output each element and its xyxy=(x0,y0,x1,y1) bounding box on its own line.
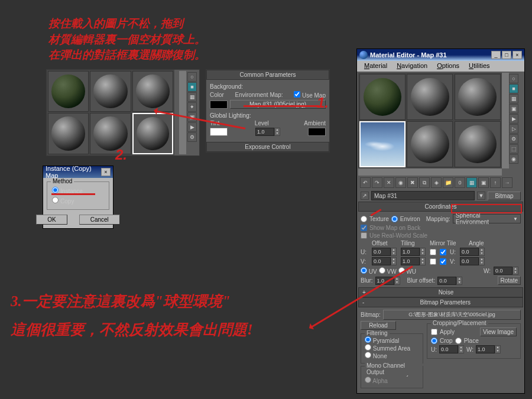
pyramidal-radio[interactable] xyxy=(365,336,371,343)
assign-icon[interactable]: ◉ xyxy=(395,177,406,188)
tool-light-icon[interactable]: ✦ xyxy=(187,102,197,112)
make-unique-icon[interactable]: ◈ xyxy=(431,177,442,188)
tool-bg-icon[interactable]: ■ xyxy=(187,82,197,92)
ambient-swatch[interactable] xyxy=(308,128,326,136)
effects-icon[interactable]: 0 xyxy=(455,177,465,188)
bluroff-spinner[interactable] xyxy=(437,277,456,285)
reload-button[interactable]: Reload xyxy=(361,321,396,330)
env-rollout-exposure[interactable]: Exposure Control xyxy=(206,142,329,152)
summed-radio[interactable] xyxy=(365,344,371,351)
ok-button[interactable]: OK xyxy=(36,215,67,225)
level-spinner[interactable]: ▲▼ xyxy=(255,128,280,136)
maximize-icon[interactable]: □ xyxy=(502,51,511,59)
go-forward-icon[interactable]: → xyxy=(502,177,512,188)
real-world-checkbox[interactable] xyxy=(361,232,367,239)
u-angle[interactable] xyxy=(460,248,479,256)
pick-icon[interactable]: ↗ xyxy=(361,192,369,200)
tool-sample-icon[interactable]: ○ xyxy=(187,72,197,82)
cancel-button[interactable]: Cancel xyxy=(79,215,120,225)
video-check-icon[interactable]: ▶ xyxy=(509,114,518,124)
menu-navigation[interactable]: Navigation xyxy=(392,61,432,72)
slot-5[interactable] xyxy=(407,121,453,167)
crop-radio[interactable] xyxy=(431,338,437,344)
map-name-field[interactable] xyxy=(371,191,475,200)
texture-radio[interactable] xyxy=(361,216,367,222)
minimize-icon[interactable]: _ xyxy=(491,51,501,59)
slot-1[interactable] xyxy=(359,74,406,120)
bitmap-path-button[interactable]: G:\图形-图象\材质库\天空\005ciel.jpg xyxy=(383,310,521,320)
show-map-icon[interactable]: ▦ xyxy=(466,177,477,188)
v-tile[interactable] xyxy=(440,258,446,265)
slot-6[interactable] xyxy=(455,121,501,167)
backlight-icon[interactable]: ■ xyxy=(509,84,518,93)
env-map-button[interactable]: Map #31 (005ciel.jpg) xyxy=(230,100,326,109)
put-material-icon[interactable]: ↷ xyxy=(372,177,382,188)
usemap-checkbox[interactable] xyxy=(294,91,300,98)
dialog-title: Instance (Copy) Map xyxy=(46,165,100,179)
mini-slot-4[interactable] xyxy=(48,113,89,154)
vw-radio[interactable] xyxy=(379,267,385,274)
u-tile[interactable] xyxy=(440,249,446,255)
alpha-radio[interactable] xyxy=(365,377,371,383)
tool-vid-icon[interactable]: ▶ xyxy=(187,122,197,132)
instance-radio[interactable] xyxy=(52,187,59,193)
close-icon[interactable]: × xyxy=(512,51,522,59)
map-type-button[interactable]: Bitmap xyxy=(488,192,521,200)
u-mirror[interactable] xyxy=(430,249,436,255)
dialog-close-icon[interactable]: × xyxy=(101,168,111,176)
menu-material[interactable]: MMaterialaterial xyxy=(359,61,392,72)
slot-3[interactable] xyxy=(455,74,501,120)
reset-icon[interactable]: ✖ xyxy=(407,177,418,188)
tint-swatch[interactable] xyxy=(210,128,228,136)
u-tiling[interactable] xyxy=(401,248,420,256)
show-back-checkbox[interactable] xyxy=(361,225,367,231)
bitmap-rollout[interactable]: Bitmap Parameters xyxy=(368,299,523,306)
v-angle[interactable] xyxy=(460,257,479,265)
put-library-icon[interactable]: 📁 xyxy=(443,177,453,188)
delete-icon[interactable]: ✕ xyxy=(384,177,394,188)
copy-radio[interactable] xyxy=(52,197,59,203)
go-parent-icon[interactable]: ↑ xyxy=(490,177,501,188)
mini-slot-3[interactable] xyxy=(132,71,173,112)
noise-rollout[interactable]: Noise xyxy=(369,289,523,296)
env-rollout-common[interactable]: Common Parameters xyxy=(206,70,329,80)
mapping-dropdown[interactable]: Spherical Environment▼ xyxy=(453,214,521,223)
mini-slot-2[interactable] xyxy=(90,71,131,112)
select-icon[interactable]: ⬚ xyxy=(509,144,518,154)
uv-tiling-icon[interactable]: ▣ xyxy=(509,104,518,113)
bg-color-swatch[interactable] xyxy=(210,100,228,109)
background-icon[interactable]: ▦ xyxy=(509,94,518,103)
place-radio[interactable] xyxy=(455,338,462,344)
get-material-icon[interactable]: ↶ xyxy=(360,177,371,188)
crop-u[interactable] xyxy=(439,345,458,353)
slot-2[interactable] xyxy=(407,74,453,120)
w-angle[interactable] xyxy=(494,267,512,275)
apply-checkbox[interactable] xyxy=(431,329,437,335)
tiling-header: Tiling xyxy=(401,240,428,246)
v-mirror[interactable] xyxy=(430,258,436,265)
none-radio[interactable] xyxy=(365,352,371,358)
preview-icon[interactable]: ▷ xyxy=(509,124,518,134)
tool-opt-icon[interactable]: ⚙ xyxy=(187,132,197,142)
copy-label: Copy xyxy=(60,198,74,205)
slot-4[interactable] xyxy=(359,121,406,167)
v-offset[interactable] xyxy=(372,257,391,265)
rotate-button[interactable]: Rotate xyxy=(498,276,521,285)
sample-type-icon[interactable]: ○ xyxy=(509,74,518,83)
menu-options[interactable]: Options xyxy=(432,61,464,72)
dropdown-icon[interactable]: ▼ xyxy=(477,192,485,200)
uv-radio[interactable] xyxy=(361,267,367,274)
make-copy-icon[interactable]: ⧉ xyxy=(419,177,430,188)
mini-slot-1[interactable] xyxy=(48,71,89,112)
options-icon[interactable]: ⚙ xyxy=(509,134,518,144)
view-image-button[interactable]: View Image xyxy=(480,327,517,336)
menu-utilities[interactable]: Utilities xyxy=(464,61,494,72)
v-tiling[interactable] xyxy=(401,257,420,265)
navigator-icon[interactable]: ◉ xyxy=(509,154,518,164)
show-result-icon[interactable]: ▣ xyxy=(478,177,489,188)
environ-radio[interactable] xyxy=(391,216,398,222)
u-offset[interactable] xyxy=(372,248,391,256)
crop-w[interactable] xyxy=(476,345,495,353)
mini-slot-6[interactable] xyxy=(132,113,173,154)
tool-checker-icon[interactable]: ▦ xyxy=(187,92,197,102)
